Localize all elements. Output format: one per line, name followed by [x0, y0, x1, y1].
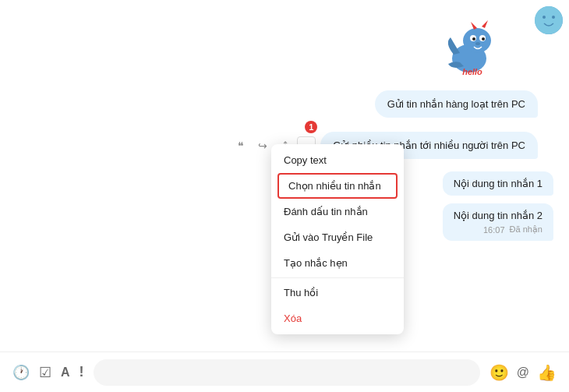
bottom-toolbar: 🕐 ☑ A ! 🙂 @ 👍 — [0, 351, 569, 392]
svg-marker-6 — [471, 22, 477, 30]
bubble-2-time: 16:07 — [483, 225, 505, 235]
bubble-1: Gửi tin nhắn hàng loạt trên PC — [375, 90, 538, 118]
context-menu-gui-truyen[interactable]: Gửi vào Truyền File — [271, 224, 404, 250]
right-bubbles: Nội dung tin nhắn 1 Nội dung tin nhắn 2 … — [443, 171, 553, 241]
checklist-icon[interactable]: ☑ — [39, 364, 51, 381]
context-menu-danh-dau[interactable]: Đánh dấu tin nhắn — [271, 199, 404, 224]
bubble-1-text: Gửi tin nhắn hàng loạt trên PC — [387, 98, 525, 110]
sticker-hello: hello — [436, 16, 507, 78]
thumbsup-button[interactable]: 👍 — [537, 363, 557, 382]
sticker-area: hello — [16, 16, 514, 78]
context-menu-chon-nhieu[interactable]: Chọn nhiều tin nhắn — [277, 173, 398, 199]
chat-area: hello Gửi tin nhắn hàng loạt trên PC ❝ ↪ — [0, 0, 569, 392]
clock-icon[interactable]: 🕐 — [12, 364, 30, 381]
exclaim-icon[interactable]: ! — [80, 364, 84, 380]
avatar — [535, 6, 563, 34]
forward-icon[interactable]: ↪ — [253, 136, 272, 155]
emoji-toolbar: 🙂 @ 👍 — [489, 363, 557, 382]
svg-marker-7 — [482, 20, 488, 28]
right-bubble-1: Nội dung tin nhắn 1 — [443, 171, 553, 196]
svg-point-11 — [482, 37, 485, 41]
context-menu-divider — [271, 277, 404, 278]
emoji-button[interactable]: 🙂 — [489, 363, 509, 382]
quote-icon[interactable]: ❝ — [231, 136, 250, 155]
svg-point-1 — [542, 16, 546, 19]
context-menu-thu-hoi[interactable]: Thu hồi — [271, 280, 404, 305]
context-menu-tao-nhac[interactable]: Tạo nhắc hẹn — [271, 250, 404, 276]
context-menu: Copy text 2 Chọn nhiều tin nhắn Đánh dấu… — [271, 144, 404, 334]
bubble-2-status: Đã nhận — [510, 224, 542, 235]
svg-point-0 — [535, 6, 563, 34]
message-input-area[interactable] — [94, 359, 480, 386]
bubble-2-time-row: 16:07 Đã nhận — [454, 224, 542, 235]
svg-point-5 — [463, 28, 491, 53]
text-icon[interactable]: A — [61, 366, 70, 380]
context-menu-xoa[interactable]: Xóa — [271, 305, 404, 331]
chat-messages: hello Gửi tin nhắn hàng loạt trên PC ❝ ↪ — [0, 0, 569, 351]
right-bubble-2: Nội dung tin nhắn 2 16:07 Đã nhận — [443, 203, 553, 241]
svg-point-12 — [475, 42, 480, 45]
step-1-label: 1 — [305, 121, 317, 133]
svg-point-10 — [472, 37, 475, 41]
svg-text:hello: hello — [462, 67, 482, 76]
context-menu-chon-nhieu-wrap: 2 Chọn nhiều tin nhắn — [274, 173, 401, 199]
message-row-1: Gửi tin nhắn hàng loạt trên PC — [16, 90, 538, 118]
svg-point-2 — [552, 16, 555, 19]
context-menu-copy-text[interactable]: Copy text — [271, 147, 404, 173]
mention-button[interactable]: @ — [517, 366, 529, 380]
